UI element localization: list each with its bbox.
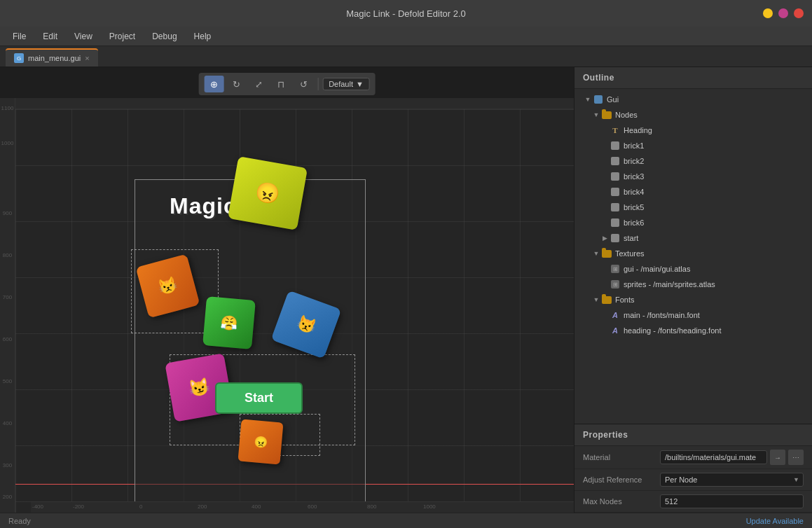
ruler-800: 800 (367, 503, 376, 510)
tool-move-button[interactable]: ⊕ (204, 76, 223, 92)
minimize-button[interactable] (763, 8, 773, 18)
tree-item-start[interactable]: start (574, 230, 812, 246)
toolbar-separator (317, 78, 318, 90)
tree-item-textures[interactable]: Textures (574, 246, 812, 261)
tree-label-main-font: main - /fonts/main.font (624, 311, 812, 319)
tree-label-brick1: brick1 (624, 141, 812, 150)
tree-arrow-sprites-atlas (600, 279, 610, 289)
status-text: Ready (8, 517, 31, 525)
tree-item-brick3[interactable]: brick3 (574, 169, 812, 184)
ruler-neg400: -400 (32, 503, 43, 510)
tree-arrow-fonts[interactable] (591, 295, 601, 305)
tree-item-gui[interactable]: Gui (574, 92, 812, 107)
max-nodes-label: Max Nodes (583, 497, 660, 506)
outline-title: Outline (583, 73, 614, 83)
scene-content[interactable]: Magic... 😠 😾 😤 😾 😼 Sta (15, 109, 574, 513)
adjust-reference-select-wrapper[interactable]: Per Node Parent (660, 473, 804, 487)
properties-panel: Properties Material → ⋯ Adjust Reference… (574, 424, 812, 513)
gui-atlas-icon: ⊞ (610, 263, 621, 275)
tree-item-heading[interactable]: T Heading (574, 123, 812, 138)
brick4-node-icon (610, 186, 621, 197)
main-layout: ⊕ ↻ ⤢ ⊓ ↺ Default ▼ 1100 1000 900 800 70… (0, 67, 812, 513)
tab-label: main_menu.gui (28, 54, 81, 62)
tab-close-button[interactable]: × (85, 54, 89, 62)
ruler-left: 1100 1000 900 800 700 600 500 400 300 20… (0, 98, 15, 513)
tree-item-brick1[interactable]: brick1 (574, 138, 812, 153)
tree-item-brick4[interactable]: brick4 (574, 184, 812, 200)
tree-label-nodes: Nodes (615, 111, 812, 119)
material-goto-button[interactable]: → (770, 450, 785, 465)
cube-yellow-face: 😠 (254, 180, 282, 207)
cube-pink-face: 😼 (187, 376, 211, 399)
brick3-node-icon (610, 171, 621, 182)
tree-label-brick5: brick5 (624, 203, 812, 211)
tree-item-gui-atlas[interactable]: ⊞ gui - /main/gui.atlas (574, 261, 812, 277)
tree-arrow-brick1 (600, 141, 610, 151)
tab-icon: G (14, 53, 24, 63)
menu-view[interactable]: View (67, 29, 99, 44)
tree-arrow-textures[interactable] (591, 249, 601, 258)
canvas-toolbar: ⊕ ↻ ⤢ ⊓ ↺ Default ▼ (198, 73, 376, 95)
tree-item-nodes[interactable]: Nodes (574, 107, 812, 123)
tree-label-gui: Gui (607, 95, 812, 104)
tool-rotate-button[interactable]: ↻ (226, 76, 246, 92)
ruler-label-1000: 1000 (1, 140, 14, 146)
start-button[interactable]: Start (215, 382, 303, 414)
update-available-link[interactable]: Update Available (746, 517, 804, 525)
tree-arrow-main-font (600, 310, 610, 320)
main-font-icon: A (610, 310, 621, 321)
tree-item-heading-font[interactable]: A heading - /fonts/heading.font (574, 323, 812, 338)
tree-item-fonts[interactable]: Fonts (574, 292, 812, 307)
ruler-bottom: -400 -200 0 200 400 600 800 1000 (31, 501, 574, 513)
tab-main-menu-gui[interactable]: G main_menu.gui × (6, 48, 98, 67)
camera-dropdown[interactable]: Default ▼ (322, 78, 370, 90)
menu-file[interactable]: File (6, 29, 33, 44)
max-nodes-value (660, 494, 804, 508)
tool-scale-button[interactable]: ⤢ (249, 76, 268, 92)
property-material-row: Material → ⋯ (574, 446, 812, 469)
cube-yellow[interactable]: 😠 (228, 156, 308, 230)
tree-arrow-start[interactable] (600, 233, 610, 243)
menu-project[interactable]: Project (102, 29, 142, 44)
menu-help[interactable]: Help (187, 29, 219, 44)
max-nodes-input[interactable] (660, 494, 804, 508)
ruler-label-500: 500 (3, 378, 12, 384)
tree-item-sprites-atlas[interactable]: ⊞ sprites - /main/sprites.atlas (574, 277, 812, 292)
tree-label-brick4: brick4 (624, 188, 812, 196)
traffic-lights (763, 8, 804, 18)
ruler-label-900: 900 (3, 210, 12, 216)
tree-label-heading: Heading (624, 126, 812, 134)
maximize-button[interactable] (778, 8, 788, 18)
tree-item-brick5[interactable]: brick5 (574, 200, 812, 215)
tree-item-brick2[interactable]: brick2 (574, 153, 812, 169)
properties-header: Properties (574, 424, 812, 446)
menu-edit[interactable]: Edit (36, 29, 64, 44)
material-more-button[interactable]: ⋯ (788, 450, 804, 465)
ruler-1000: 1000 (423, 503, 436, 510)
canvas-area[interactable]: ⊕ ↻ ⤢ ⊓ ↺ Default ▼ 1100 1000 900 800 70… (0, 67, 574, 513)
tree-label-fonts: Fonts (615, 296, 812, 304)
tree-label-brick2: brick2 (624, 157, 812, 165)
titlebar: Magic Link - Defold Editor 2.0 (0, 0, 812, 27)
tree-arrow-nodes[interactable] (591, 110, 601, 120)
tree-arrow-brick6 (600, 218, 610, 228)
tree-label-heading-font: heading - /fonts/heading.font (624, 326, 812, 335)
tree-item-main-font[interactable]: A main - /fonts/main.font (574, 307, 812, 323)
tree-item-brick6[interactable]: brick6 (574, 215, 812, 230)
tree-arrow-heading-font (600, 326, 610, 335)
svg-rect-0 (594, 95, 603, 104)
close-button[interactable] (794, 8, 804, 18)
tool-reset-button[interactable]: ↺ (294, 76, 313, 92)
tree-arrow-gui[interactable] (583, 95, 593, 104)
cube-orange-small[interactable]: 😠 (238, 419, 283, 464)
cube-green[interactable]: 😤 (202, 296, 256, 349)
brick1-node-icon (610, 140, 621, 151)
tool-anchor-button[interactable]: ⊓ (271, 76, 291, 92)
menu-debug[interactable]: Debug (145, 29, 184, 44)
properties-title: Properties (583, 430, 628, 440)
outline-tree[interactable]: Gui Nodes T Heading (574, 89, 812, 424)
adjust-reference-select[interactable]: Per Node Parent (660, 473, 804, 487)
material-input[interactable] (660, 450, 767, 464)
cube-blue-face: 😾 (294, 313, 318, 337)
heading-text-icon: T (610, 125, 621, 136)
